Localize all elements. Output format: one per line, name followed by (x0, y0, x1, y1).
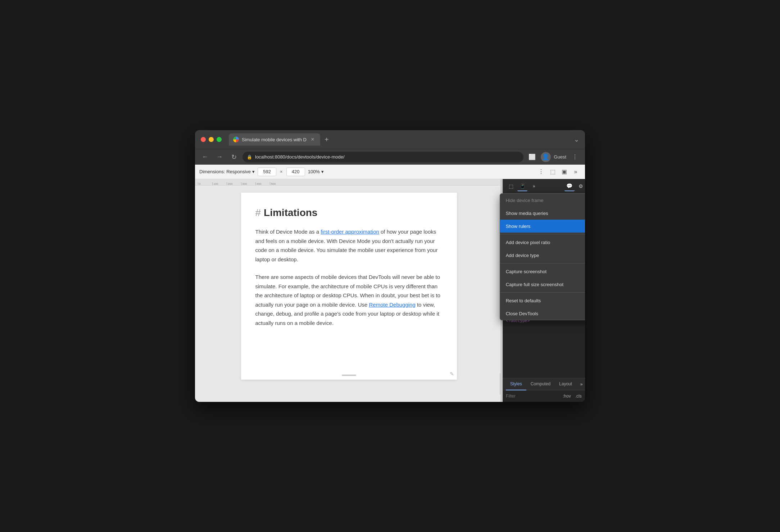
remote-debugging-link[interactable]: Remote Debugging (369, 302, 416, 308)
menu-separator-2 (500, 263, 585, 263)
first-order-link[interactable]: first-order approximation (321, 229, 379, 235)
tab-styles[interactable]: Styles (506, 378, 526, 390)
zoom-dropdown[interactable]: 100% ▾ (308, 169, 324, 174)
ruler-mark: 400 (255, 182, 270, 185)
edit-icon: ✎ (450, 371, 454, 377)
nav-bar: ← → ↻ 🔒 localhost:8080/docs/devtools/dev… (195, 149, 585, 165)
console-button[interactable]: 💬 (564, 181, 575, 191)
close-window-button[interactable] (201, 137, 206, 142)
inspect-button[interactable]: ⬚ (506, 181, 516, 191)
capture-full-screenshot-item[interactable]: Capture full size screenshot (500, 278, 585, 291)
capture-screenshot-item[interactable]: Capture screenshot (500, 265, 585, 278)
menu-separator-3 (500, 292, 585, 293)
traffic-lights (201, 137, 222, 142)
page-heading: # Limitations (255, 207, 443, 219)
ruler-mark: 500 (270, 182, 284, 185)
filter-icons: + ⬚ ◧ (585, 393, 585, 400)
close-devtools-item[interactable]: Close DevTools (500, 307, 585, 320)
device-toolbar-right: ⋮ ⬚ ▣ » (536, 167, 581, 177)
address-bar[interactable]: 🔒 localhost:8080/docs/devtools/device-mo… (242, 152, 523, 162)
chrome-favicon (233, 137, 239, 142)
dock-button[interactable]: ⬜ (526, 151, 538, 163)
heading-hash: # (255, 207, 261, 219)
paragraph-2: There are some aspects of mobile devices… (255, 272, 443, 327)
filter-row: :hov .cls + ⬚ ◧ (503, 390, 585, 402)
hide-device-frame-item[interactable]: Hide device frame (500, 194, 585, 207)
new-tab-button[interactable]: + (322, 134, 332, 145)
tab-close-button[interactable]: × (309, 136, 316, 143)
show-media-queries-item[interactable]: Show media queries (500, 207, 585, 220)
add-device-pixel-ratio-item[interactable]: Add device pixel ratio (500, 236, 585, 249)
dimension-separator: × (280, 169, 283, 174)
minimize-window-button[interactable] (209, 137, 214, 142)
browser-window: Simulate mobile devices with D × + ⌄ ← →… (195, 130, 585, 402)
menu-button[interactable]: ⋮ (569, 151, 581, 163)
active-tab[interactable]: Simulate mobile devices with D × (229, 133, 320, 146)
ruler-mark: 100 (212, 182, 227, 185)
show-rulers-item[interactable]: Show rulers (500, 220, 585, 233)
dimensions-arrow: ▾ (252, 169, 255, 174)
title-bar: Simulate mobile devices with D × + ⌄ (195, 130, 585, 149)
zoom-label: 100% (308, 169, 320, 174)
url-text: localhost:8080/docs/devtools/device-mode… (255, 154, 345, 160)
forward-button[interactable]: → (214, 151, 225, 163)
height-input[interactable] (286, 168, 305, 176)
guest-label: Guest (554, 154, 566, 160)
devtools-panel: ⬚ 📱 » 💬 ⚙ ⋮ ✕ == $0 data-cookies- banner… (503, 179, 585, 402)
more-tabs-button[interactable]: » (576, 379, 585, 389)
ruler-marks: 0 100 200 300 400 500 (195, 179, 284, 185)
tab-title: Simulate mobile devices with D (242, 137, 307, 142)
more-tools-button[interactable]: » (571, 167, 581, 177)
main-area: 0 100 200 300 400 500 # Limitations Thin… (195, 179, 585, 402)
heading-text: Limitations (264, 207, 317, 219)
dimensions-dropdown[interactable]: Dimensions: Responsive ▾ (199, 169, 255, 174)
ruler-mark: 200 (227, 182, 241, 185)
tab-layout[interactable]: Layout (555, 378, 576, 390)
ruler-mark: 0 (198, 182, 212, 185)
ruler-mark: 300 (241, 182, 255, 185)
panel-more-button[interactable]: » (529, 181, 539, 191)
ruler-top: 0 100 200 300 400 500 (195, 179, 503, 185)
rotate-button[interactable]: ⬚ (548, 167, 558, 177)
settings-button[interactable]: ⚙ (576, 181, 585, 191)
hov-button[interactable]: :hov (563, 394, 571, 399)
add-filter-button[interactable]: + (585, 393, 585, 400)
more-options-button[interactable]: ⋮ (536, 167, 546, 177)
device-toolbar: Dimensions: Responsive ▾ × 100% ▾ ⋮ ⬚ ▣ … (195, 165, 585, 179)
page-content: # Limitations Think of Device Mode as a … (241, 193, 457, 380)
styles-tabs-row: Styles Computed Layout » (503, 378, 585, 390)
cls-button[interactable]: .cls (575, 394, 582, 399)
device-mode-button[interactable]: 📱 (517, 181, 527, 191)
back-button[interactable]: ← (199, 151, 211, 163)
devtools-toolbar: ⬚ 📱 » 💬 ⚙ ⋮ ✕ (503, 179, 585, 193)
drag-handle[interactable] (342, 375, 356, 376)
filter-input[interactable] (506, 394, 560, 399)
dimensions-label: Dimensions: Responsive (199, 169, 251, 174)
width-input[interactable] (258, 168, 276, 176)
reload-button[interactable]: ↻ (228, 151, 240, 163)
context-menu: Hide device frame Show media queries Sho… (500, 193, 585, 320)
tab-more-button[interactable]: ⌄ (574, 136, 579, 143)
avatar[interactable]: 👤 (541, 152, 551, 162)
add-device-type-item[interactable]: Add device type (500, 249, 585, 262)
zoom-arrow: ▾ (321, 169, 324, 174)
device-frame-button[interactable]: ▣ (559, 167, 569, 177)
tab-bar: Simulate mobile devices with D × + ⌄ (229, 133, 579, 146)
nav-right: ⬜ 👤 Guest ⋮ (526, 151, 581, 163)
mobile-viewport: 0 100 200 300 400 500 # Limitations Thin… (195, 179, 503, 402)
tab-computed[interactable]: Computed (526, 378, 555, 390)
para1-text: Think of Device Mode as a (255, 229, 321, 235)
devtools-bottom-tabs: Styles Computed Layout » :hov .cls + ⬚ ◧ (503, 378, 585, 402)
menu-separator-1 (500, 234, 585, 234)
paragraph-1: Think of Device Mode as a first-order ap… (255, 227, 443, 264)
security-icon: 🔒 (247, 155, 252, 160)
reset-to-defaults-item[interactable]: Reset to defaults (500, 294, 585, 307)
maximize-window-button[interactable] (217, 137, 222, 142)
